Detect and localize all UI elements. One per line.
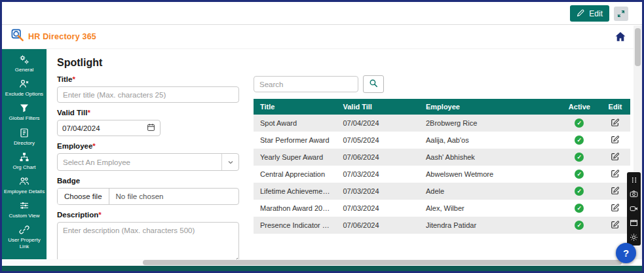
sidebar-item-user-property-link[interactable]: User Property Link xyxy=(2,225,47,249)
film-icon[interactable] xyxy=(630,219,638,227)
valid-till-value: 07/04/2024 xyxy=(62,124,100,132)
col-valid-till: Valid Till xyxy=(337,99,420,115)
edit-row-button[interactable] xyxy=(611,135,620,144)
cell-valid-till: 07/05/2024 xyxy=(337,132,420,149)
sidebar-nav: General Exclude Options Global Filters D… xyxy=(2,49,47,259)
table-row: Presence Indicator Rew... 07/06/2024 Jit… xyxy=(254,217,630,234)
required-marker: * xyxy=(98,211,101,219)
search-icon xyxy=(369,79,378,90)
camera-icon[interactable] xyxy=(630,190,638,198)
badge-file-input[interactable]: Choose file No file chosen xyxy=(57,188,239,205)
dots-grid-icon[interactable] xyxy=(630,176,638,184)
sidebar-item-label: Exclude Options xyxy=(4,91,45,97)
sidebar-item-general[interactable]: General xyxy=(2,54,47,73)
edit-row-button[interactable] xyxy=(611,118,620,127)
table-row: Central Appreciation 07/03/2024 Abwelswe… xyxy=(254,166,630,183)
cell-title: Marathon Award 2024 xyxy=(254,200,337,217)
bottom-strip xyxy=(2,266,642,271)
title-input[interactable] xyxy=(57,86,239,103)
edit-button-label: Edit xyxy=(589,9,603,18)
gears-icon xyxy=(19,54,29,65)
people-icon xyxy=(19,176,29,187)
sidebar-item-exclude-options[interactable]: Exclude Options xyxy=(2,79,47,97)
sidebar-item-custom-view[interactable]: Custom View xyxy=(2,200,47,219)
valid-till-label: Valid Till* xyxy=(57,109,239,117)
table-row: Yearly Super Award 07/06/2024 Aash' Abhi… xyxy=(254,149,630,166)
table-row: Star Performer Award 07/05/2024 Aalija, … xyxy=(254,132,630,149)
sidebar-item-label: Org Chart xyxy=(11,164,37,170)
sliders-icon xyxy=(19,200,29,211)
top-action-bar: Edit xyxy=(2,2,642,24)
edit-row-button[interactable] xyxy=(611,186,620,195)
cell-employee: Aash' Abhishek xyxy=(419,149,559,166)
app-window: Edit HR Directory 365 xyxy=(0,0,644,273)
choose-file-button[interactable]: Choose file xyxy=(58,189,109,204)
search-input[interactable] xyxy=(254,76,358,92)
sidebar-item-directory[interactable]: Directory xyxy=(2,128,47,146)
edit-row-button[interactable] xyxy=(611,152,620,161)
sidebar-item-label: User Property Link xyxy=(2,237,47,249)
sidebar-item-employee-details[interactable]: Employee Details xyxy=(2,176,47,194)
required-marker: * xyxy=(92,142,95,150)
spotlight-form: Title* Valid Till* 07/04/2024 Employee* … xyxy=(57,75,239,266)
col-active: Active xyxy=(559,99,600,115)
employee-select-placeholder: Select An Employee xyxy=(58,158,221,166)
description-input[interactable] xyxy=(57,222,239,264)
table-row: Lifetime Achievemen A... 07/03/2024 Adel… xyxy=(254,183,630,200)
spotlight-table: Title Valid Till Employee Active Edit Sp… xyxy=(254,99,630,234)
app-title: HR Directory 365 xyxy=(28,32,96,41)
active-check-icon: ✓ xyxy=(575,170,584,179)
table-row: Spot Award 07/04/2024 2Brobwerg Rice ✓ xyxy=(254,115,630,132)
cell-employee: Jitendra Patidar xyxy=(419,217,559,234)
home-icon[interactable] xyxy=(615,31,626,45)
horizontal-scrollbar[interactable] xyxy=(2,259,634,266)
vertical-scrollbar-thumb[interactable] xyxy=(635,28,641,66)
active-check-icon: ✓ xyxy=(575,136,584,145)
cell-valid-till: 07/03/2024 xyxy=(337,183,420,200)
col-employee: Employee xyxy=(419,99,559,115)
required-marker: * xyxy=(72,75,75,83)
cell-employee: Abwelswen Wetmore xyxy=(419,166,559,183)
filter-icon xyxy=(19,103,29,113)
badge-label: Badge xyxy=(57,177,239,185)
pencil-icon xyxy=(577,9,585,19)
expand-icon[interactable] xyxy=(614,7,628,21)
active-check-icon: ✓ xyxy=(575,187,584,196)
calendar-icon xyxy=(147,123,155,133)
edit-row-button[interactable] xyxy=(611,220,620,229)
valid-till-input[interactable]: 07/04/2024 xyxy=(57,120,161,136)
search-button[interactable] xyxy=(363,75,384,93)
cell-valid-till: 07/04/2024 xyxy=(337,115,420,132)
cell-title: Presence Indicator Rew... xyxy=(254,217,337,234)
content-area: General Exclude Options Global Filters D… xyxy=(2,49,642,259)
video-camera-icon[interactable] xyxy=(630,204,638,213)
sidebar-item-org-chart[interactable]: Org Chart xyxy=(2,152,47,170)
cell-employee: Alex, Wilber xyxy=(419,200,559,217)
edit-row-button[interactable] xyxy=(611,203,620,212)
sidebar-item-label: Custom View xyxy=(8,213,41,219)
description-label: Description* xyxy=(57,211,239,219)
app-logo: HR Directory 365 xyxy=(11,29,96,45)
cell-valid-till: 07/03/2024 xyxy=(337,166,420,183)
link-icon xyxy=(19,225,29,235)
edit-row-button[interactable] xyxy=(611,169,620,178)
edit-button[interactable]: Edit xyxy=(570,5,609,22)
sidebar-item-label: Global Filters xyxy=(7,115,41,121)
col-edit: Edit xyxy=(600,99,630,115)
col-title: Title xyxy=(254,99,337,115)
employee-label: Employee* xyxy=(57,142,239,150)
cell-title: Central Appreciation xyxy=(254,166,337,183)
sidebar-item-global-filters[interactable]: Global Filters xyxy=(2,103,47,121)
settings-gear-icon[interactable] xyxy=(630,233,638,242)
sidebar-item-label: Directory xyxy=(12,140,36,146)
title-label: Title* xyxy=(57,75,239,83)
active-check-icon: ✓ xyxy=(575,204,584,213)
help-button[interactable]: ? xyxy=(616,243,636,263)
cell-valid-till: 07/06/2024 xyxy=(337,217,420,234)
cell-title: Star Performer Award xyxy=(254,132,337,149)
table-header-row: Title Valid Till Employee Active Edit xyxy=(254,99,630,115)
magnifier-logo-icon xyxy=(11,29,24,45)
brand-header: HR Directory 365 xyxy=(2,24,642,49)
employee-select[interactable]: Select An Employee xyxy=(57,153,239,171)
horizontal-scrollbar-thumb[interactable] xyxy=(143,260,622,265)
